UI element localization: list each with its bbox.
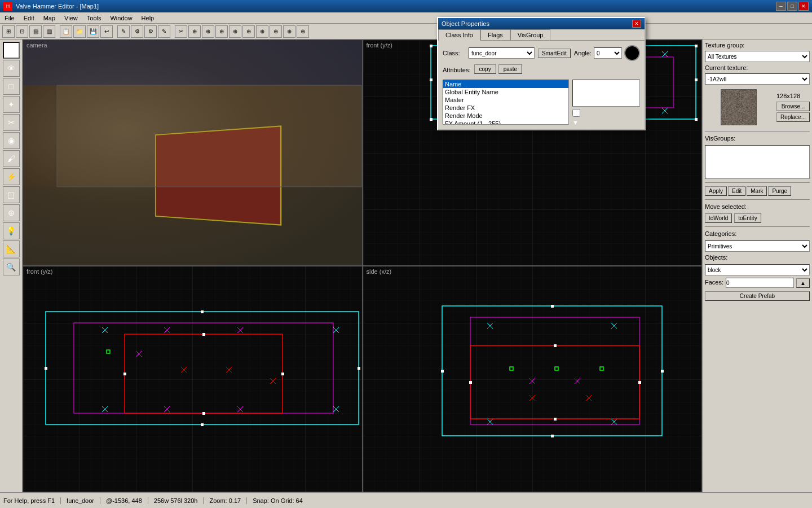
tool-vertex[interactable]: ◉ [3,132,20,149]
tool-paint[interactable]: 🖌 [3,150,20,167]
tool-magnify[interactable]: 🔍 [3,259,20,275]
toolbar-btn-17[interactable]: ⊕ [229,25,241,38]
apply-button[interactable]: Apply [705,186,727,196]
toolbar-btn-6[interactable]: 📁 [73,25,86,38]
menubar-item-map[interactable]: Map [39,14,60,23]
viewport-camera[interactable]: camera [23,40,363,266]
svg-rect-10 [430,78,433,81]
menubar-item-window[interactable]: Window [105,14,136,23]
toolbar-btn-3[interactable]: ▤ [29,25,42,38]
faces-input[interactable] [726,278,794,288]
tab-class-info[interactable]: Class Info [438,29,480,41]
dialog-titlebar: Object Properties ✕ [438,18,645,29]
attr-row-render-mode[interactable]: Render Mode [443,112,568,120]
toolbar-btn-13[interactable]: ✂ [175,25,187,38]
copy-button[interactable]: copy [474,64,496,74]
faces-spin-up[interactable]: ▲ [796,278,810,288]
attr-row-name[interactable]: Name [443,80,568,88]
svg-rect-85 [638,381,641,384]
attr-value-input[interactable] [572,80,640,107]
tool-brush[interactable]: □ [3,78,20,95]
toolbar-btn-19[interactable]: ⊕ [256,25,268,38]
divider-1 [705,131,810,132]
svg-rect-81 [661,370,664,373]
angle-select[interactable]: 0 [594,47,622,59]
texture-group-select[interactable]: All Textures [705,51,810,62]
angle-circle [624,45,640,61]
tool-palette: ⊹ 👁 □ ✦ ✂ ◉ 🖌 ⚡ ◫ ⊕ 💡 📐 🔍 [0,40,23,492]
toolbar-btn-9[interactable]: ✎ [117,25,130,38]
toolbar-btn-7[interactable]: 💾 [87,25,99,38]
categories-select[interactable]: Primitives [705,240,810,252]
tool-path[interactable]: ⚡ [3,168,20,185]
attributes-list[interactable]: Name Global Entity Name Master Render FX… [443,80,569,125]
faces-row: Faces: ▲ [705,278,810,288]
attr-row-render-fx[interactable]: Render FX [443,104,568,112]
attr-row-master[interactable]: Master [443,96,568,104]
tool-measure[interactable]: 📐 [3,240,20,257]
toolbar-btn-20[interactable]: ⊕ [270,25,282,38]
tool-camera[interactable]: 👁 [3,60,20,77]
toolbar-btn-12[interactable]: ✎ [158,25,170,38]
toolbar-btn-1[interactable]: ⊞ [2,25,15,38]
menubar-item-edit[interactable]: Edit [19,14,39,23]
svg-rect-80 [551,305,554,308]
toolbar-btn-4[interactable]: ▥ [43,25,55,38]
zoom-status: Zoom: 0.17 [209,497,247,504]
replace-button[interactable]: Replace... [776,112,810,122]
tool-overlay[interactable]: ◫ [3,186,20,203]
menubar-item-file[interactable]: File [0,14,19,23]
toolbar-btn-5[interactable]: 📋 [60,25,72,38]
attr-row-fx-amount[interactable]: FX Amount (1 - 255) [443,120,568,125]
class-select[interactable]: func_door [469,47,535,59]
close-button[interactable]: ✕ [798,2,809,11]
browse-button[interactable]: Browse... [776,102,810,111]
purge-button[interactable]: Purge [768,186,791,196]
toolbar-btn-16[interactable]: ⊕ [215,25,228,38]
toolbar-btn-14[interactable]: ⊕ [188,25,201,38]
attr-checkbox[interactable] [572,109,580,117]
tool-light[interactable]: 💡 [3,222,20,239]
menubar-item-view[interactable]: View [60,14,82,23]
toolbar-btn-8[interactable]: ↩ [100,25,113,38]
dialog-close-button[interactable]: ✕ [632,20,641,28]
to-entity-button[interactable]: toEntity [734,213,761,223]
menubar-item-tools[interactable]: Tools [82,14,106,23]
faces-label: Faces: [705,279,723,286]
viewport-side[interactable]: side (x/z) [363,266,703,492]
tool-clip[interactable]: ✂ [3,114,20,131]
objects-select[interactable]: block [705,264,810,275]
current-texture-select[interactable]: -1A2wIl [705,73,810,85]
paste-button[interactable]: paste [498,64,522,74]
tab-flags[interactable]: Flags [480,29,510,40]
to-world-button[interactable]: toWorld [705,213,732,223]
tool-entity[interactable]: ✦ [3,96,20,113]
menubar-item-help[interactable]: Help [137,14,159,23]
smart-edit-button[interactable]: SmartEdit [538,49,571,58]
mark-button[interactable]: Mark [747,186,767,196]
viewport-front-bottom[interactable]: front (y/z) [23,266,363,492]
edit-button[interactable]: Edit [728,186,745,196]
divider-2 [705,182,810,183]
toolbar-btn-21[interactable]: ⊕ [283,25,295,38]
toolbar-btn-10[interactable]: ⚙ [131,25,143,38]
tool-nav[interactable]: ⊕ [3,204,20,221]
toolbar-btn-18[interactable]: ⊕ [242,25,255,38]
maximize-button[interactable]: □ [787,2,797,11]
class-label: Class: [443,50,465,56]
toolbar-btn-15[interactable]: ⊕ [202,25,214,38]
create-prefab-button[interactable]: Create Prefab [705,291,810,301]
current-texture-label: Current texture: [705,64,810,71]
texture-group-label: Texture group: [705,42,810,49]
viewport-front-bottom-label: front (y/z) [27,268,52,275]
toolbar-btn-11[interactable]: ⚙ [144,25,157,38]
toolbar-btn-22[interactable]: ⊕ [297,25,309,38]
dialog-tabs: Class Info Flags VisGroup [438,29,645,41]
toolbar-btn-2[interactable]: ⊡ [16,25,28,38]
tool-select[interactable]: ⊹ [3,42,20,59]
divider-4 [705,226,810,227]
objects-label: Objects: [705,254,810,261]
attr-row-global-entity-name[interactable]: Global Entity Name [443,88,568,96]
minimize-button[interactable]: ─ [776,2,786,11]
tab-visgroup[interactable]: VisGroup [510,29,551,40]
